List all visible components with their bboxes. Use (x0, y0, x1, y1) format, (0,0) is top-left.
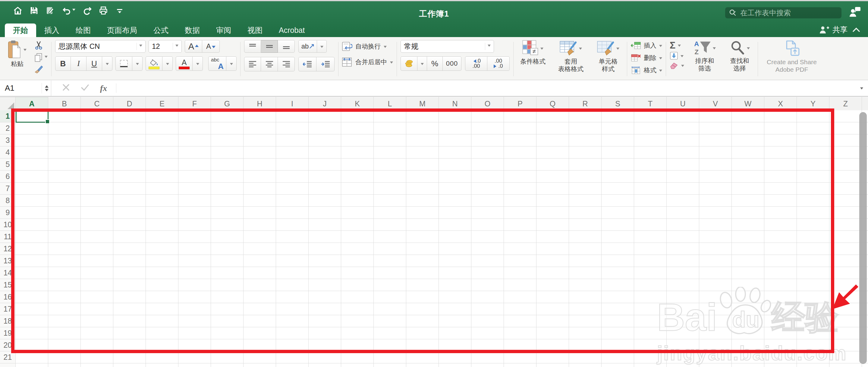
format-cells-dropdown-icon[interactable] (659, 70, 662, 73)
align-right-button[interactable] (278, 57, 295, 71)
phonetic-guide-button[interactable]: abc A (208, 56, 226, 71)
clear-dropdown-icon[interactable] (681, 65, 684, 68)
redo-icon[interactable] (83, 6, 92, 15)
orientation-dropdown[interactable] (317, 40, 327, 53)
increase-font-button[interactable]: A (185, 40, 202, 53)
cell-styles-dropdown-icon[interactable] (616, 48, 619, 51)
borders-button[interactable] (116, 56, 132, 71)
cell-styles-button[interactable]: 单元格 样式 (593, 40, 623, 72)
vertical-scrollbar[interactable] (859, 112, 867, 364)
tab-insert[interactable]: 插入 (36, 24, 67, 37)
comma-style-button[interactable]: 000 (443, 56, 461, 71)
confirm-entry-icon[interactable] (81, 83, 89, 93)
paste-button[interactable]: 粘贴 (4, 40, 30, 67)
tab-data[interactable]: 数据 (177, 24, 208, 37)
tab-formulas[interactable]: 公式 (145, 24, 177, 37)
tab-review[interactable]: 审阅 (208, 24, 239, 37)
number-format-select[interactable]: 常规 (401, 40, 494, 53)
number-format-dropdown-icon[interactable] (488, 44, 491, 48)
tab-acrobat[interactable]: Acrobat (271, 24, 313, 37)
find-select-button[interactable]: 查找和 选择 (725, 40, 754, 72)
align-middle-button[interactable] (261, 40, 278, 53)
conditional-formatting-button[interactable]: ≠ 条件格式 (517, 40, 549, 65)
currency-dropdown[interactable] (417, 56, 427, 71)
font-size-dropdown-icon[interactable] (176, 44, 179, 48)
collapse-ribbon-icon[interactable] (852, 27, 861, 33)
font-name-select[interactable]: 思源黑体 CN (55, 40, 146, 53)
wrap-text-dropdown-icon[interactable] (384, 46, 387, 50)
tab-view[interactable]: 视图 (239, 24, 271, 37)
name-box[interactable]: A1 (0, 81, 51, 96)
font-size-select[interactable]: 12 (149, 40, 182, 53)
underline-button[interactable]: U (87, 56, 102, 71)
print-icon[interactable] (99, 6, 108, 15)
undo-dropdown-icon[interactable] (72, 9, 75, 12)
align-left-button[interactable] (244, 57, 261, 71)
align-center-button[interactable] (261, 57, 278, 71)
italic-button[interactable]: I (71, 56, 87, 71)
fill-color-button[interactable] (146, 56, 162, 71)
underline-dropdown[interactable] (102, 56, 113, 71)
copy-button[interactable] (34, 53, 48, 62)
conditional-formatting-dropdown-icon[interactable] (540, 48, 544, 51)
align-top-button[interactable] (244, 40, 261, 53)
wrap-text-button[interactable]: 自动换行 (342, 42, 387, 51)
font-name-dropdown-icon[interactable] (139, 44, 142, 48)
format-as-table-dropdown-icon[interactable] (579, 48, 582, 51)
fill-down-button[interactable] (670, 52, 684, 60)
search-input[interactable]: 在工作表中搜索 (725, 7, 841, 19)
increase-decimal-button[interactable]: .00 .0 (487, 56, 510, 71)
phonetic-guide-dropdown[interactable] (226, 56, 237, 71)
tab-page-layout[interactable]: 页面布局 (99, 24, 145, 37)
font-color-dropdown[interactable] (193, 56, 203, 71)
autosum-dropdown-icon[interactable] (678, 44, 681, 48)
font-color-button[interactable]: A (176, 56, 193, 71)
cancel-entry-icon[interactable] (62, 83, 70, 93)
column-header-Z[interactable]: Z (830, 97, 862, 110)
fill-down-dropdown-icon[interactable] (681, 55, 684, 59)
autosum-button[interactable]: Σ (670, 41, 684, 50)
paste-dropdown-icon[interactable] (24, 49, 27, 53)
delete-cells-dropdown-icon[interactable] (659, 57, 662, 61)
cut-button[interactable] (34, 41, 48, 51)
home-icon[interactable] (13, 6, 22, 15)
insert-function-button[interactable]: fx (100, 84, 107, 93)
insert-cells-dropdown-icon[interactable] (659, 45, 662, 49)
new-from-template-icon[interactable] (46, 6, 55, 15)
decrease-font-button[interactable]: A (202, 40, 220, 53)
clear-button[interactable] (670, 62, 684, 69)
row-header-21[interactable]: 21 (0, 351, 16, 363)
customize-toolbar-icon[interactable] (115, 6, 124, 15)
formula-bar-expand-icon[interactable] (860, 87, 863, 91)
sort-filter-button[interactable]: A Z 排序和 筛选 (690, 40, 719, 72)
create-adobe-pdf-button[interactable]: Create and Share Adobe PDF (762, 40, 822, 78)
orientation-button[interactable]: ab (299, 40, 317, 53)
merge-center-dropdown-icon[interactable] (390, 61, 393, 65)
format-painter-button[interactable] (34, 64, 48, 74)
tab-home[interactable]: 开始 (5, 24, 36, 37)
merge-center-button[interactable]: 合并后居中 (342, 58, 393, 67)
percent-button[interactable]: % (427, 56, 443, 71)
currency-button[interactable] (401, 56, 417, 71)
decrease-decimal-button[interactable]: .0 .00 (465, 56, 487, 71)
find-select-dropdown-icon[interactable] (747, 47, 750, 51)
align-bottom-button[interactable] (278, 40, 295, 53)
borders-dropdown[interactable] (132, 56, 143, 71)
tab-draw[interactable]: 绘图 (67, 24, 99, 37)
insert-cells-button[interactable]: 插入 (631, 41, 662, 50)
format-as-table-button[interactable]: 套用 表格格式 (555, 40, 587, 72)
sort-filter-dropdown-icon[interactable] (713, 47, 716, 51)
delete-cells-button[interactable]: 删除 (631, 54, 662, 62)
format-cells-button[interactable]: 格式 (631, 66, 662, 74)
save-icon[interactable] (30, 6, 38, 15)
bold-button[interactable]: B (55, 56, 71, 71)
copy-dropdown-icon[interactable] (44, 56, 48, 59)
name-box-spinner[interactable] (41, 83, 49, 94)
contacts-icon[interactable] (849, 7, 861, 18)
fill-color-dropdown[interactable] (162, 56, 173, 71)
decrease-indent-button[interactable] (299, 57, 316, 71)
share-button[interactable]: 共享 (819, 25, 847, 35)
format-as-table-label-line1: 套用 (564, 58, 577, 65)
increase-indent-button[interactable] (316, 57, 335, 71)
undo-button[interactable] (62, 6, 75, 15)
